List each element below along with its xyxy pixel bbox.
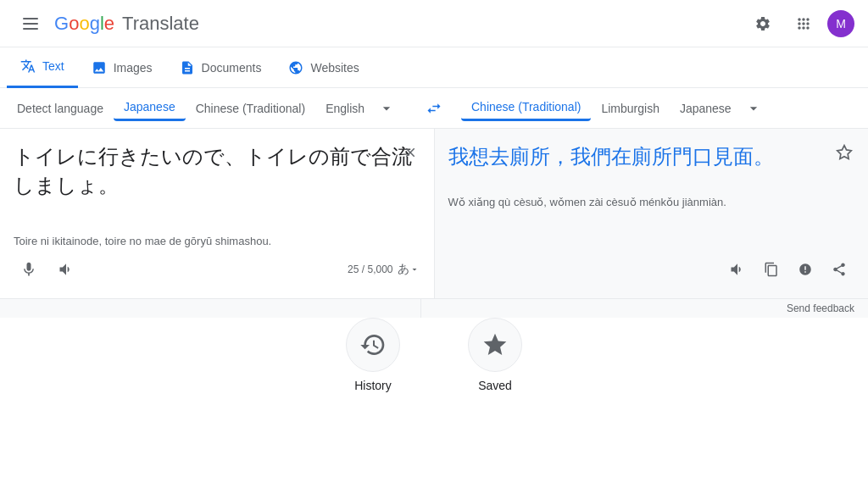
websites-icon bbox=[288, 60, 303, 75]
send-feedback-link[interactable]: Send feedback bbox=[787, 302, 854, 314]
documents-icon bbox=[180, 60, 195, 75]
clear-button[interactable] bbox=[397, 139, 424, 166]
target-text: 我想去廁所，我們在廁所門口見面。 bbox=[448, 142, 855, 189]
tab-images[interactable]: Images bbox=[78, 47, 166, 88]
source-panel-footer: 25 / 5,000 あ bbox=[14, 254, 420, 285]
bottom-area: History Saved bbox=[0, 318, 868, 392]
font-size-button[interactable]: あ bbox=[397, 258, 420, 281]
svg-rect-1 bbox=[23, 23, 38, 25]
target-more-languages-button[interactable] bbox=[742, 97, 765, 120]
char-count: 25 / 5,000 あ bbox=[348, 258, 420, 281]
share-button[interactable] bbox=[824, 254, 854, 285]
microphone-button[interactable] bbox=[14, 254, 44, 285]
detect-language-button[interactable]: Detect language bbox=[7, 97, 114, 120]
send-feedback-row: Send feedback bbox=[0, 298, 868, 318]
source-text-input[interactable]: トイレに行きたいので、トイレの前で合流しましょ。 bbox=[14, 142, 420, 231]
target-speaker-button[interactable] bbox=[722, 254, 753, 285]
translator-panels: トイレに行きたいので、トイレの前で合流しましょ。 Toire ni ikitai… bbox=[0, 129, 868, 298]
favorite-button[interactable] bbox=[831, 139, 858, 166]
svg-rect-2 bbox=[23, 28, 38, 30]
target-panel: 我想去廁所，我們在廁所門口見面。 Wǒ xiǎng qù cèsuǒ, wǒme… bbox=[435, 129, 869, 298]
saved-circle bbox=[468, 318, 522, 372]
source-english-button[interactable]: English bbox=[315, 97, 375, 120]
language-selector-bar: Detect language Japanese Chinese (Tradit… bbox=[0, 88, 868, 129]
copy-button[interactable] bbox=[756, 254, 787, 285]
google-logo: Google Translate bbox=[54, 13, 199, 35]
header-icons: M bbox=[746, 7, 854, 41]
target-limburgish-button[interactable]: Limburgish bbox=[591, 97, 669, 120]
target-romanized: Wǒ xiǎng qù cèsuǒ, wǒmen zài cèsuǒ ménkǒ… bbox=[448, 196, 855, 208]
history-saved-section: History Saved bbox=[346, 318, 522, 392]
source-romanized: Toire ni ikitainode, toire no mae de gōr… bbox=[14, 235, 420, 247]
header: Google Translate M bbox=[0, 0, 868, 47]
settings-button[interactable] bbox=[746, 7, 780, 41]
app-title: Translate bbox=[122, 13, 199, 35]
history-item[interactable]: History bbox=[346, 318, 400, 392]
nav-tabs: Text Images Documents Websites bbox=[0, 47, 868, 88]
avatar[interactable]: M bbox=[827, 10, 854, 37]
hamburger-menu-button[interactable] bbox=[14, 7, 47, 41]
feedback-thumbs-button[interactable] bbox=[790, 254, 821, 285]
text-icon bbox=[20, 58, 36, 74]
speaker-button[interactable] bbox=[51, 254, 81, 285]
source-footer-left bbox=[14, 254, 81, 285]
svg-rect-0 bbox=[23, 18, 38, 19]
saved-label: Saved bbox=[478, 379, 512, 392]
tab-websites[interactable]: Websites bbox=[275, 47, 372, 88]
source-lang-bar: Detect language Japanese Chinese (Tradit… bbox=[0, 88, 414, 128]
tab-text[interactable]: Text bbox=[7, 47, 78, 88]
history-circle bbox=[346, 318, 400, 372]
target-lang-bar: Chinese (Traditional) Limburgish Japanes… bbox=[454, 88, 868, 128]
images-icon bbox=[92, 60, 107, 75]
target-chinese-trad-button[interactable]: Chinese (Traditional) bbox=[461, 95, 591, 121]
swap-languages-button[interactable] bbox=[417, 92, 451, 125]
tab-documents[interactable]: Documents bbox=[166, 47, 275, 88]
history-label: History bbox=[354, 379, 392, 392]
source-more-languages-button[interactable] bbox=[375, 97, 398, 120]
source-chinese-trad-button[interactable]: Chinese (Traditional) bbox=[186, 97, 315, 120]
source-panel: トイレに行きたいので、トイレの前で合流しましょ。 Toire ni ikitai… bbox=[0, 129, 435, 298]
saved-item[interactable]: Saved bbox=[468, 318, 522, 392]
source-japanese-button[interactable]: Japanese bbox=[114, 95, 186, 121]
swap-divider bbox=[414, 92, 454, 125]
apps-button[interactable] bbox=[787, 7, 821, 41]
target-panel-footer bbox=[448, 254, 855, 285]
target-japanese-button[interactable]: Japanese bbox=[670, 97, 742, 120]
